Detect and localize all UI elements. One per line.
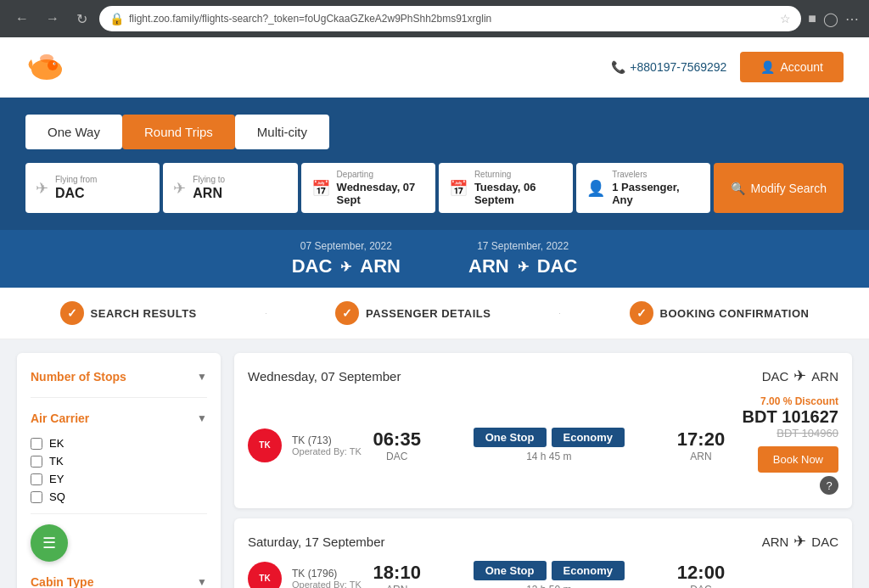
flying-from-value: DAC: [55, 186, 97, 201]
arrive-airport-1: ARN: [676, 451, 726, 462]
cabin-chevron-icon: ▼: [197, 576, 207, 588]
tab-round-trips[interactable]: Round Trips: [122, 115, 235, 149]
carrier-tk: TK: [31, 455, 207, 468]
return-from: ARN: [468, 255, 509, 277]
tab-one-way[interactable]: One Way: [25, 115, 122, 149]
departing-field[interactable]: 📅 Departing Wednesday, 07 Sept: [301, 163, 435, 213]
plane-from-icon: ✈: [36, 179, 48, 198]
depart-block-1: 06:35 DAC: [372, 428, 423, 462]
carrier-ek: EK: [31, 437, 207, 450]
departing-label: Departing: [337, 170, 425, 179]
carrier-ey: EY: [31, 473, 207, 485]
phone-text: +880197-7569292: [630, 60, 726, 74]
route-outbound: 07 September, 2022 DAC ✈ ARN: [292, 240, 401, 277]
plane-to-icon: ✈: [173, 179, 186, 198]
account-button[interactable]: 👤 Account: [740, 52, 844, 82]
carrier-list: EK TK EY SQ: [31, 437, 207, 503]
airline-code-1: TK: [259, 440, 270, 450]
arrive-airport-2: DAC: [676, 584, 726, 589]
back-button[interactable]: ←: [10, 8, 34, 30]
duration-2: 13 h 50 m: [526, 584, 571, 588]
return-to-code: DAC: [811, 535, 838, 549]
modify-search-label: Modify Search: [750, 182, 826, 195]
stop-badge-1: One Stop: [474, 428, 547, 447]
carrier-ek-checkbox[interactable]: [31, 438, 42, 450]
reload-button[interactable]: ↻: [71, 8, 93, 31]
browser-icons: ■ ◯ ⋯: [808, 11, 859, 27]
search-form: ✈ Flying from DAC ✈ Flying to ARN 📅 Depa: [25, 163, 844, 230]
return-arrow-icon: ✈: [518, 259, 529, 275]
fab-button[interactable]: ☰: [31, 524, 68, 562]
phone-icon: 📞: [611, 60, 625, 74]
flying-from-field[interactable]: ✈ Flying from DAC: [25, 163, 160, 213]
address-bar[interactable]: 🔒 flight.zoo.family/flights-search?_toke…: [99, 6, 801, 31]
route-bar: 07 September, 2022 DAC ✈ ARN 17 Septembe…: [0, 230, 869, 288]
flying-to-field[interactable]: ✈ Flying to ARN: [163, 163, 297, 213]
flight-info-2: TK (1796) Operated By: TK: [292, 568, 362, 589]
menu-icon[interactable]: ⋯: [845, 11, 859, 27]
travelers-field[interactable]: 👤 Travelers 1 Passenger, Any: [576, 163, 710, 213]
return-to: DAC: [537, 255, 578, 277]
carrier-filter-toggle[interactable]: Air Carrier ▼: [31, 408, 207, 428]
flight-row-2: TK TK (1796) Operated By: TK 18:10 ARN O…: [248, 561, 838, 588]
main-content: Number of Stops ▼ Air Carrier ▼ EK TK: [0, 339, 869, 588]
carrier-tk-checkbox[interactable]: [31, 456, 42, 468]
outbound-date: 07 September, 2022: [292, 240, 401, 252]
discount-1: 7.00 % Discount: [760, 395, 838, 407]
return-from-code: ARN: [762, 535, 789, 549]
cabin-badge-1: Economy: [552, 428, 625, 447]
returning-value: Tuesday, 06 Septem: [474, 181, 563, 206]
return-date: 17 September, 2022: [468, 240, 577, 252]
logo-image: [25, 46, 68, 88]
top-right: 📞 +880197-7569292 👤 Account: [611, 52, 844, 82]
results-area: Wednesday, 07 September DAC ✈ ARN TK TK …: [234, 353, 852, 588]
stops-filter-label: Number of Stops: [31, 370, 126, 384]
arrive-block-1: 17:20 ARN: [676, 428, 726, 462]
arrive-time-1: 17:20: [676, 428, 726, 451]
route-return: 17 September, 2022 ARN ✈ DAC: [468, 240, 577, 277]
account-label: Account: [780, 60, 823, 74]
flight-section-return: Saturday, 17 September ARN ✈ DAC TK TK (…: [234, 518, 852, 588]
step2-label: PASSENGER DETAILS: [366, 307, 491, 320]
flight-section-outbound: Wednesday, 07 September DAC ✈ ARN TK TK …: [234, 353, 852, 508]
return-date-header: Saturday, 17 September: [248, 535, 384, 549]
carrier-sq-checkbox[interactable]: [31, 491, 42, 503]
extensions-icon[interactable]: ■: [808, 11, 816, 26]
outbound-route-header: Wednesday, 07 September DAC ✈ ARN: [248, 367, 838, 385]
flight-middle-2: One Stop Economy 13 h 50 m: [433, 561, 665, 588]
fab-icon: ☰: [42, 534, 56, 552]
step3-label: BOOKING CONFIRMATION: [660, 307, 810, 320]
carrier-sq: SQ: [31, 490, 207, 503]
stop-badge-2: One Stop: [474, 561, 547, 580]
cabin-filter-toggle[interactable]: Cabin Type ▼: [31, 572, 207, 588]
depart-block-2: 18:10 ARN: [372, 562, 423, 589]
profile-icon[interactable]: ◯: [823, 11, 838, 27]
step-divider-1: [266, 313, 266, 314]
logo: [25, 46, 68, 88]
depart-time-1: 06:35: [372, 428, 423, 451]
info-icon-1[interactable]: ?: [820, 476, 838, 495]
step2-icon: ✓: [335, 301, 359, 325]
outbound-from-code: DAC: [762, 369, 789, 384]
stops-chevron-icon: ▼: [197, 371, 207, 383]
tab-multi-city[interactable]: Multi-city: [235, 115, 329, 149]
outbound-to-code: ARN: [811, 369, 838, 384]
carrier-ey-checkbox[interactable]: [31, 473, 42, 485]
step3-icon: ✓: [630, 301, 653, 325]
browser-chrome: ← → ↻ 🔒 flight.zoo.family/flights-search…: [0, 0, 869, 37]
outbound-to: ARN: [360, 255, 401, 277]
forward-button[interactable]: →: [41, 8, 64, 30]
outbound-date-header: Wednesday, 07 September: [248, 369, 401, 384]
returning-field[interactable]: 📅 Returning Tuesday, 06 Septem: [439, 163, 573, 213]
carrier-sq-label: SQ: [49, 490, 65, 503]
depart-time-2: 18:10: [372, 562, 423, 584]
departing-value: Wednesday, 07 Sept: [337, 181, 425, 206]
stops-filter-toggle[interactable]: Number of Stops ▼: [31, 367, 207, 387]
carrier-ek-label: EK: [49, 437, 64, 450]
flight-info-1: TK (713) Operated By: TK: [292, 434, 362, 456]
flying-to-label: Flying to: [193, 175, 225, 184]
airline-logo-1: TK: [248, 428, 282, 462]
modify-search-button[interactable]: 🔍 Modify Search: [714, 163, 843, 213]
book-now-button-1[interactable]: Book Now: [758, 446, 838, 473]
duration-1: 14 h 45 m: [526, 451, 571, 462]
